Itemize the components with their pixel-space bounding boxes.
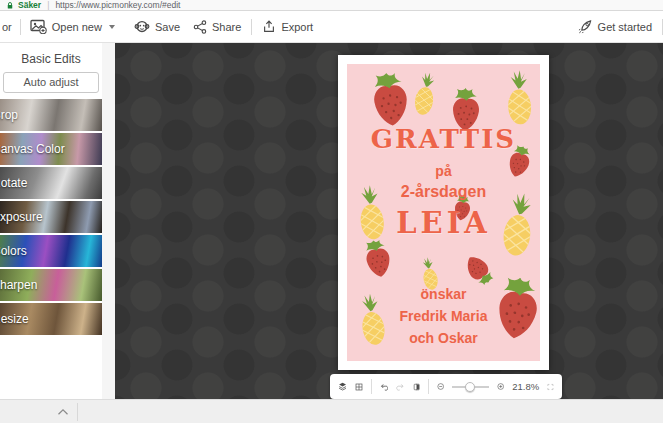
- bottom-bar-divider: [77, 403, 78, 421]
- sidebar-item-crop[interactable]: Crop: [0, 99, 102, 131]
- url-separator: |: [47, 0, 49, 10]
- pineapple-icon: [407, 70, 443, 118]
- zoom-out-icon[interactable]: [437, 380, 444, 393]
- get-started-label: Get started: [598, 21, 652, 33]
- get-started-button[interactable]: Get started: [578, 19, 652, 34]
- chevron-down-icon: [109, 25, 115, 29]
- basic-edits-sidebar: Basic Edits Auto adjust Crop Canvas Colo…: [0, 43, 102, 399]
- auto-adjust-button[interactable]: Auto adjust: [3, 72, 99, 93]
- strawberry-icon: [359, 238, 397, 281]
- sidebar-item-label: Rotate: [0, 176, 27, 190]
- compare-original-icon[interactable]: [413, 380, 420, 394]
- export-icon: [262, 19, 276, 34]
- pineapple-icon: [498, 69, 540, 128]
- zoom-in-icon[interactable]: [497, 380, 504, 393]
- grid-icon[interactable]: [355, 380, 363, 394]
- poster-name: LEIA: [347, 206, 540, 240]
- rocket-icon: [578, 19, 593, 34]
- url-text[interactable]: https://www.picmonkey.com/#edit: [55, 0, 180, 10]
- zoom-level-value: 21.8%: [512, 381, 539, 392]
- picmonkey-editor-window: Säker | https://www.picmonkey.com/#edit …: [0, 0, 663, 423]
- picmonkey-monkey-icon: [134, 19, 150, 34]
- export-label: Export: [281, 21, 313, 33]
- redo-icon[interactable]: [396, 380, 405, 394]
- poster-line-arsdagen: 2-årsdagen: [347, 183, 540, 201]
- share-button[interactable]: Share: [193, 20, 241, 34]
- lock-icon: [6, 1, 14, 10]
- sidebar-title: Basic Edits: [0, 52, 102, 66]
- share-label: Share: [212, 21, 241, 33]
- poster-title: GRATTIS: [347, 124, 540, 154]
- tools-divider: [428, 379, 429, 394]
- toolbar-divider: [20, 19, 21, 35]
- canvas-tools-bar: 21.8%: [330, 374, 562, 399]
- sidebar-item-rotate[interactable]: Rotate: [0, 167, 102, 199]
- sidebar-item-resize[interactable]: Resize: [0, 303, 102, 335]
- sidebar-item-sharpen[interactable]: Sharpen: [0, 269, 102, 301]
- sidebar-item-exposure[interactable]: Exposure: [0, 201, 102, 233]
- editor-label-partial: or: [2, 21, 12, 33]
- zoom-slider-handle[interactable]: [465, 382, 475, 392]
- sidebar-item-label: Canvas Color: [0, 142, 65, 156]
- strawberry-icon: [366, 71, 416, 129]
- poster-line-pa: på: [347, 163, 540, 179]
- poster-footer-line: och Oskar: [347, 330, 540, 346]
- export-button[interactable]: Export: [262, 19, 313, 34]
- layers-icon[interactable]: [338, 379, 347, 394]
- sidebar-scroll-strip[interactable]: [102, 43, 115, 399]
- sidebar-item-label: Crop: [0, 108, 18, 122]
- sidebar-item-label: Exposure: [0, 210, 43, 224]
- save-label: Save: [155, 21, 180, 33]
- fullscreen-icon[interactable]: [547, 381, 554, 393]
- undo-icon[interactable]: [380, 380, 389, 394]
- poster-artwork: GRATTIS på 2-årsdagen LEIA önskar Fredri…: [347, 64, 540, 361]
- save-button[interactable]: Save: [134, 19, 180, 34]
- zoom-slider[interactable]: [452, 381, 489, 393]
- open-new-label: Open new: [52, 21, 102, 33]
- open-image-icon: [30, 19, 47, 34]
- sidebar-item-label: Colors: [0, 244, 27, 258]
- poster-footer-line: Fredrik Maria: [347, 308, 540, 324]
- toolbar-divider: [251, 19, 252, 35]
- poster-document[interactable]: GRATTIS på 2-årsdagen LEIA önskar Fredri…: [338, 55, 549, 370]
- secure-label: Säker: [18, 0, 41, 10]
- browser-address-bar[interactable]: Säker | https://www.picmonkey.com/#edit: [0, 0, 663, 11]
- bottom-panel-bar: [0, 399, 663, 423]
- chevron-up-icon: [57, 408, 69, 416]
- sidebar-item-label: Sharpen: [0, 278, 37, 292]
- tools-divider: [371, 379, 372, 394]
- share-icon: [193, 20, 207, 34]
- collapse-panel-button[interactable]: [50, 403, 76, 421]
- sidebar-item-canvas-color[interactable]: Canvas Color: [0, 133, 102, 165]
- sidebar-item-colors[interactable]: Colors: [0, 235, 102, 267]
- poster-footer-line: önskar: [347, 286, 540, 302]
- editor-toolbar: or Open new Save: [0, 11, 663, 43]
- open-new-button[interactable]: Open new: [30, 19, 115, 34]
- sidebar-item-label: Resize: [0, 312, 29, 326]
